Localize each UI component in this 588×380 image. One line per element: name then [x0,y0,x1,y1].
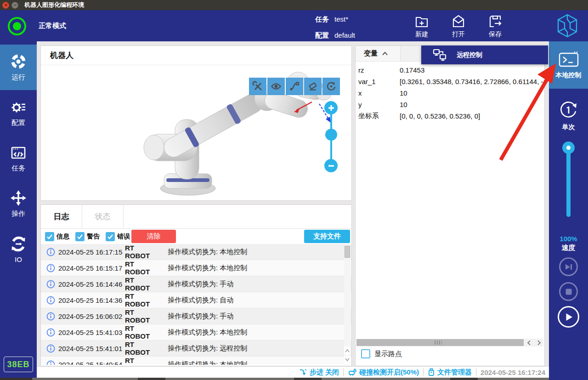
scrollbar-thumb[interactable] [356,339,524,346]
visibility-eye-icon[interactable] [267,78,285,95]
log-filters: 信息 警告 错误 清除 支持文件 [41,229,351,244]
info-icon [46,344,55,353]
log-row[interactable]: 2024-05-25 15:41:01 RT ROBOT 操作模式切换为: 远程… [41,340,351,357]
sidebar-item-task[interactable]: 任务 [0,136,37,181]
robot-id-badge[interactable]: 38EB [4,357,33,372]
eraser-icon[interactable] [304,78,322,95]
sidebar-item-run[interactable]: 运行 [0,45,37,90]
file-manager-button[interactable]: 文件管理器 [428,368,472,377]
tools-icon[interactable] [249,78,266,95]
checkbox-checked-icon[interactable] [75,232,85,241]
support-file-button[interactable]: 支持文件 [304,230,350,243]
config-field: 配置 default [315,31,355,40]
variable-value: [0, 0, 0, 0.5236, 0.5236, 0] [400,112,544,120]
step-mode-indicator[interactable]: 步进 关闭 [299,368,339,377]
single-cycle-button[interactable]: 单次 [549,94,588,136]
new-task-label: 新建 [415,30,428,39]
scroll-down-icon[interactable] [344,356,351,364]
window-title: 机器人图形化编程环境 [24,1,84,9]
local-control-label: 本地控制 [556,71,582,79]
zoom-out-icon[interactable] [324,159,338,172]
scroll-right-icon[interactable] [534,339,543,346]
log-scrollbar[interactable] [344,245,351,364]
scroll-left-icon[interactable] [524,339,533,346]
reset-view-icon[interactable] [322,78,340,95]
viewport-zoom-control [324,101,338,172]
checkbox-checked-icon[interactable] [45,232,54,241]
save-task-button[interactable]: 保存 [477,10,514,41]
info-icon [46,296,55,305]
variable-row: var_1 [0.3261, 0.35348, 0.73416, 2.72866… [356,76,544,87]
log-source: RT ROBOT [125,244,154,260]
filter-error-label: 错误 [117,233,130,241]
sidebar-item-jog[interactable]: 操作 [0,181,37,227]
speed-slider-track[interactable] [566,148,571,217]
save-task-label: 保存 [489,30,502,39]
variables-panel: 变量 rz 0.17453 var_1 [0.3261, 0.35348, 0.… [355,45,545,366]
log-time: 2024-05-25 16:06:02 [58,312,125,320]
variables-collapse-toggle[interactable]: 变量 [356,49,400,58]
play-icon[interactable] [558,306,579,328]
tab-log[interactable]: 日志 [41,205,82,228]
window-titlebar: 机器人图形化编程环境 [0,0,588,10]
log-row[interactable]: 2024-05-25 16:15:17 RT ROBOT 操作模式切换为: 本地… [41,260,351,276]
scrollbar-thumb[interactable] [345,246,350,258]
config-label: 配置 [315,31,329,40]
clear-log-button[interactable]: 清除 [131,230,176,243]
log-row[interactable]: 2024-05-25 16:06:02 RT ROBOT 操作模式切换为: 手动 [41,308,351,324]
move-arrows-icon [10,189,27,207]
filter-warning[interactable]: 警告 [75,232,100,241]
repeat-once-icon [558,99,579,120]
robot-3d-viewport[interactable] [41,65,351,200]
horizontal-scrollbar[interactable] [356,339,543,346]
log-time: 2024-05-25 15:40:54 [58,361,125,365]
sidebar-item-config[interactable]: 配置 [0,90,37,136]
log-list: 2024-05-25 16:17:15 RT ROBOT 操作模式切换为: 本地… [41,244,351,365]
variable-value: 10 [400,89,544,97]
zoom-in-icon[interactable] [324,101,338,114]
task-value: test* [334,15,348,24]
variable-value: 10 [400,101,544,108]
filter-error[interactable]: 错误 [106,232,130,241]
log-time: 2024-05-25 16:17:15 [58,248,125,256]
viewport-toolbar [249,78,340,95]
checkbox-unchecked-icon[interactable] [361,349,370,358]
collision-detection-indicator[interactable]: 碰撞检测开启(50%) [348,368,419,377]
tab-status[interactable]: 状态 [82,205,124,228]
sidebar-item-label: 操作 [11,210,25,218]
show-waypoints-label: 显示路点 [374,350,402,358]
scroll-up-icon[interactable] [344,346,351,355]
show-waypoints-toggle[interactable]: 显示路点 [361,349,402,358]
speed-slider-handle[interactable] [562,142,575,154]
log-source: RT ROBOT [125,324,154,340]
trajectory-path-icon[interactable] [286,78,303,95]
remote-control-menu-item[interactable]: 远程控制 [421,45,548,64]
log-row[interactable]: 2024-05-25 15:41:03 RT ROBOT 操作模式切换为: 本地… [41,324,351,340]
open-file-icon [451,13,466,29]
log-message: 操作模式切换为: 本地控制 [168,248,247,256]
sidebar-item-label: 任务 [11,164,25,173]
open-task-button[interactable]: 打开 [440,10,477,41]
app-header: 正常模式 任务 test* 配置 default 新建 [0,10,588,41]
log-row[interactable]: 2024-05-25 15:40:54 RT ROBOT 操作模式切换为: 本地… [41,357,351,365]
checkbox-checked-icon[interactable] [106,232,115,241]
sidebar-item-io[interactable]: IO [0,227,37,272]
stop-icon[interactable] [559,282,578,301]
remote-network-icon [433,49,447,62]
log-row[interactable]: 2024-05-25 16:14:46 RT ROBOT 操作模式切换为: 手动 [41,276,351,292]
filter-info[interactable]: 信息 [45,232,69,241]
window-close-icon[interactable] [2,2,9,9]
robot-panel-title: 机器人 [41,46,351,65]
local-control-button[interactable]: 本地控制 [549,41,588,89]
speed-slider[interactable] [549,142,588,219]
log-row[interactable]: 2024-05-25 16:14:36 RT ROBOT 操作模式切换为: 自动 [41,292,351,308]
variable-row: x 10 [356,87,544,99]
log-row[interactable]: 2024-05-25 16:17:15 RT ROBOT 操作模式切换为: 本地… [41,244,351,260]
window-minimize-icon[interactable] [11,2,18,9]
gear-icon [10,98,27,116]
zoom-slider-handle[interactable] [325,129,337,141]
log-source: RT ROBOT [125,292,154,308]
new-task-button[interactable]: 新建 [403,10,440,41]
statusbar-divider [423,369,424,376]
step-forward-icon[interactable] [559,257,578,276]
